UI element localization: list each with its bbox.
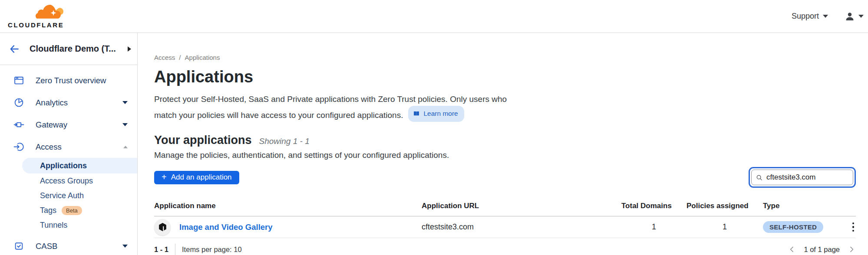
section-title: Your applications [154,134,252,147]
breadcrumb-applications[interactable]: Applications [185,54,220,61]
casb-icon [13,241,24,252]
sidebar-nav: Zero Trust overview Analytics Gateway [0,65,137,255]
cube-icon [158,222,168,232]
type-badge: SELF-HOSTED [763,221,823,233]
sidebar-item-zero-trust-overview[interactable]: Zero Trust overview [0,69,137,92]
learn-more-label: Learn more [423,107,458,120]
breadcrumb-access[interactable]: Access [154,54,175,61]
row-actions-kebab-menu[interactable] [851,221,856,234]
sidebar-item-label: Tunnels [40,221,67,230]
application-avatar [154,219,171,235]
search-focus-ring [749,167,856,188]
page-title: Applications [154,67,856,86]
search-input[interactable] [766,173,848,182]
table-header-row: Application name Application URL Total D… [154,197,856,216]
section-subtitle: Manage the policies, authentication, and… [154,150,856,160]
sidebar-item-label: Zero Trust overview [36,76,128,85]
cloudflare-logo: CLOUDFLARE [8,4,67,29]
column-header-application-url: Application URL [422,202,621,210]
account-name: Cloudflare Demo (T... [30,44,128,54]
applications-table: Application name Application URL Total D… [154,197,856,238]
chevron-down-icon [122,245,128,248]
next-page-button[interactable] [847,245,856,254]
sidebar-item-label: Applications [40,161,87,170]
chevron-up-icon [123,146,128,148]
policies-assigned-value: 1 [686,222,763,232]
user-icon [845,11,855,22]
book-icon [413,110,420,117]
pagination: 1 - 1 Items per page: 10 1 of 1 page [154,244,856,255]
page-description: Protect your Self-Hosted, SaaS and Priva… [154,93,856,122]
plus-icon: + [162,173,167,181]
breadcrumb-separator: / [179,54,181,61]
analytics-icon [13,97,24,108]
search-box [751,170,853,185]
sidebar-item-label: Tags [40,206,56,215]
back-arrow-icon[interactable] [9,43,20,55]
search-icon [756,174,762,181]
chevron-right-icon [848,246,855,253]
showing-count: Showing 1 - 1 [259,137,310,146]
application-name-link[interactable]: Image and Video Gallery [179,222,273,232]
sidebar-item-gateway[interactable]: Gateway [0,114,137,136]
beta-badge: Beta [62,206,82,215]
top-bar: CLOUDFLARE Support [0,0,868,33]
learn-more-button[interactable]: Learn more [408,106,464,122]
chevron-down-icon [122,123,128,126]
sidebar-item-casb[interactable]: CASB [0,235,137,255]
sidebar-item-service-auth[interactable]: Service Auth [0,188,137,203]
sidebar-item-label: Gateway [36,120,122,130]
sidebar: Cloudflare Demo (T... Zero Trust overvie… [0,33,138,255]
sidebar-item-label: Analytics [36,98,122,108]
page-indicator: 1 of 1 page [804,245,840,254]
column-header-total-domains: Total Domains [621,202,686,210]
add-application-button[interactable]: + Add an application [154,171,239,184]
user-account-menu[interactable] [845,11,864,22]
support-menu[interactable]: Support [792,12,828,21]
sidebar-item-label: Access Groups [40,177,93,186]
chevron-down-icon [122,101,128,104]
previous-page-button[interactable] [788,245,796,254]
sidebar-item-analytics[interactable]: Analytics [0,92,137,114]
support-label: Support [792,12,819,21]
total-domains-value: 1 [621,222,686,232]
add-application-label: Add an application [171,173,232,182]
zero-trust-dashboard: CLOUDFLARE Support Cloudflare Demo (T... [0,0,868,255]
sidebar-account-header: Cloudflare Demo (T... [0,33,137,65]
column-header-application-name: Application name [154,202,422,210]
items-per-page-select[interactable]: Items per page: 10 [182,245,242,254]
account-expand-icon[interactable] [128,46,131,52]
gateway-icon [13,119,24,130]
breadcrumb: Access / Applications [154,54,856,61]
main-content: Access / Applications Applications Prote… [138,33,868,255]
cloudflare-cloud-icon [36,4,64,19]
access-icon [13,141,24,152]
table-row: Image and Video Gallery cftestsite3.com … [154,216,856,238]
description-line2: match your policies will have access to … [154,111,403,120]
chevron-down-icon [823,15,828,18]
sidebar-item-tunnels[interactable]: Tunnels [0,218,137,232]
application-url: cftestsite3.com [422,222,621,232]
chevron-left-icon [789,246,795,253]
cloudflare-logo-text: CLOUDFLARE [8,21,67,29]
sidebar-item-access[interactable]: Access [0,136,137,158]
sidebar-item-tags[interactable]: Tags Beta [0,203,137,218]
sidebar-item-label: Service Auth [40,191,84,200]
sidebar-item-label: CASB [36,242,122,251]
column-header-type: Type [763,202,838,210]
column-header-policies-assigned: Policies assigned [686,202,763,210]
chevron-down-icon [858,15,864,18]
divider [175,244,175,255]
overview-icon [13,75,24,86]
sidebar-item-applications[interactable]: Applications [22,158,137,173]
description-line1: Protect your Self-Hosted, SaaS and Priva… [154,95,507,104]
sidebar-item-access-groups[interactable]: Access Groups [0,173,137,188]
pagination-range: 1 - 1 [154,245,168,254]
sidebar-item-label: Access [36,142,123,152]
